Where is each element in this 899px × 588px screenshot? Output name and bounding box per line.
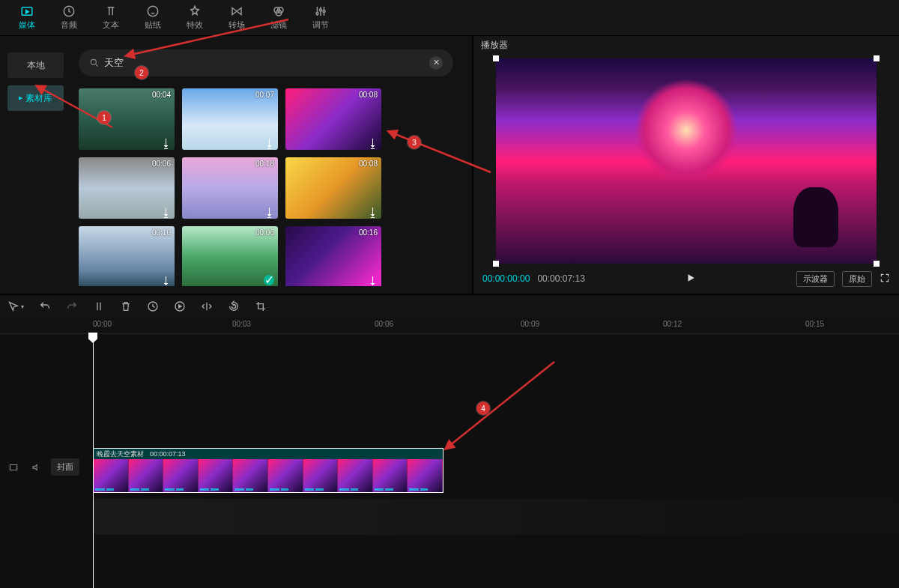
playhead[interactable] (93, 333, 94, 588)
play-icon (685, 273, 696, 283)
media-thumb[interactable]: 00:04⭳ (79, 88, 175, 150)
mirror-tool[interactable] (201, 300, 213, 312)
tab-label: 音频 (61, 19, 77, 31)
effect-icon (188, 4, 202, 18)
media-thumb[interactable]: 00:08⭳ (285, 157, 381, 219)
thumb-duration: 00:06 (152, 160, 171, 168)
reverse-tool[interactable] (174, 300, 186, 312)
download-icon[interactable]: ⭳ (367, 137, 378, 148)
tab-transition[interactable]: 转场 (216, 0, 258, 36)
tab-media[interactable]: 媒体 (6, 0, 48, 36)
download-icon[interactable]: ⭳ (160, 137, 171, 148)
preview-image (496, 58, 877, 264)
resize-handle[interactable] (874, 261, 880, 267)
media-grid: 00:04⭳ 00:07⭳ 00:08⭳ 00:06⭳ 00:18⭳ 00:08… (79, 88, 464, 286)
resize-handle[interactable] (493, 261, 499, 267)
tab-sticker[interactable]: 贴纸 (132, 0, 174, 36)
top-tabs: 媒体 音频 文本 贴纸 特效 转场 滤镜 调节 (0, 0, 899, 36)
clip-name: 晚霞去天空素材 (97, 449, 144, 459)
player-viewport[interactable] (496, 58, 877, 264)
media-icon (20, 4, 34, 18)
ruler-tick: 00:15 (805, 320, 824, 328)
player-controls: 00:00:00:00 00:00:07:13 示波器 原始 (473, 264, 899, 294)
thumb-duration: 00:08 (359, 160, 378, 168)
download-icon[interactable]: ⭳ (264, 206, 274, 216)
undo-button[interactable] (39, 300, 51, 312)
download-icon[interactable]: ⭳ (160, 275, 171, 285)
player-panel: 播放器 00:00:00:00 00:00:07:13 示波器 原始 (472, 36, 899, 294)
tab-audio[interactable]: 音频 (48, 0, 90, 36)
timeline-ruler[interactable]: 00:00 00:03 00:06 00:09 00:12 00:15 (0, 318, 899, 334)
resize-handle[interactable] (874, 55, 880, 61)
sidebar-local[interactable]: 本地 (7, 52, 64, 78)
sidebar: 本地 素材库 (0, 36, 71, 294)
ruler-tick: 00:09 (521, 320, 539, 328)
download-icon[interactable]: ⭳ (367, 206, 378, 216)
thumb-duration: 00:06 (255, 228, 274, 237)
audio-icon (62, 4, 76, 18)
media-thumb[interactable]: 00:18⭳ (182, 157, 278, 219)
tab-label: 转场 (228, 19, 245, 31)
ruler-tick: 00:03 (232, 320, 251, 328)
play-button[interactable] (685, 273, 696, 285)
track-visibility-toggle[interactable] (6, 460, 21, 475)
split-tool[interactable] (93, 300, 105, 312)
tab-text[interactable]: 文本 (90, 0, 132, 36)
media-thumb[interactable]: 00:08⭳ (285, 88, 381, 150)
speed-tool[interactable] (147, 300, 159, 312)
track-mute-toggle[interactable] (28, 460, 43, 475)
selection-tool[interactable]: ▾ (7, 300, 24, 312)
clear-search-button[interactable]: ✕ (429, 56, 443, 70)
crop-tool[interactable] (255, 300, 267, 312)
tab-label: 贴纸 (145, 19, 161, 31)
sticker-icon (146, 4, 160, 18)
download-icon[interactable]: ⭳ (367, 275, 378, 285)
tab-label: 媒体 (19, 19, 35, 31)
tab-label: 文本 (103, 19, 119, 31)
svg-point-2 (148, 6, 158, 16)
timeline[interactable]: 封面 晚霞去天空素材 00:00:07:13 (0, 334, 899, 588)
download-icon[interactable]: ⭳ (160, 206, 171, 216)
cover-button[interactable]: 封面 (51, 458, 79, 476)
timeline-clip[interactable]: 晚霞去天空素材 00:00:07:13 (93, 448, 444, 493)
svg-point-6 (316, 13, 318, 15)
sidebar-library[interactable]: 素材库 (7, 85, 64, 111)
empty-track[interactable] (93, 499, 899, 535)
delete-tool[interactable] (120, 300, 132, 312)
media-thumb[interactable]: 00:06⭳ (79, 157, 175, 219)
tab-filter[interactable]: 滤镜 (258, 0, 300, 36)
media-thumb[interactable]: 00:06✓ (182, 226, 278, 286)
original-button[interactable]: 原始 (842, 271, 872, 287)
resize-handle[interactable] (493, 55, 499, 61)
media-thumb[interactable]: 00:10⭳ (79, 226, 175, 286)
text-icon (104, 4, 118, 18)
tab-label: 滤镜 (270, 19, 287, 31)
tab-effect[interactable]: 特效 (174, 0, 216, 36)
search-bar[interactable]: ✕ (79, 49, 453, 76)
tab-adjust[interactable]: 调节 (300, 0, 342, 36)
media-thumb[interactable]: 00:16⭳ (285, 226, 381, 286)
svg-point-8 (323, 10, 325, 13)
thumb-duration: 00:08 (359, 91, 378, 99)
adjust-icon (314, 4, 327, 18)
clip-frames (94, 459, 443, 492)
track-controls: 封面 (6, 458, 79, 476)
download-icon[interactable]: ⭳ (264, 137, 274, 148)
svg-point-7 (320, 9, 322, 11)
ruler-tick: 00:06 (375, 320, 393, 328)
search-input[interactable] (104, 57, 429, 68)
redo-button[interactable] (66, 300, 78, 312)
oscilloscope-button[interactable]: 示波器 (796, 271, 835, 287)
timeline-toolbar: ▾ (0, 294, 899, 318)
clip-header: 晚霞去天空素材 00:00:07:13 (94, 449, 443, 459)
thumb-duration: 00:07 (255, 91, 274, 99)
total-time: 00:00:07:13 (537, 273, 584, 284)
rotate-tool[interactable] (228, 300, 240, 312)
media-thumb[interactable]: 00:07⭳ (182, 88, 278, 150)
svg-point-9 (91, 59, 96, 64)
fullscreen-button[interactable] (880, 273, 890, 285)
downloaded-icon[interactable]: ✓ (264, 275, 274, 285)
clip-duration: 00:00:07:13 (150, 450, 186, 458)
tab-label: 特效 (187, 19, 203, 31)
svg-rect-12 (10, 464, 16, 470)
